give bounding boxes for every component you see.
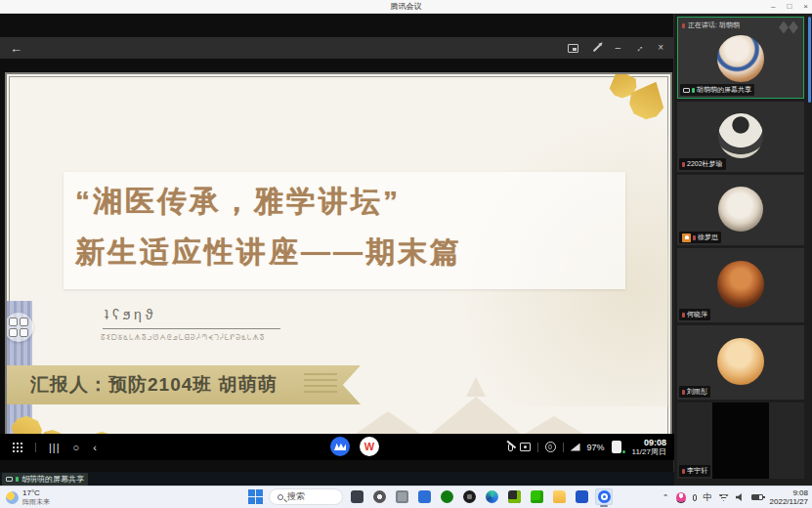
share-chip-label: 胡萌萌的屏幕共享 [21, 474, 84, 485]
mic-muted-icon [693, 235, 696, 240]
clock-time: 9:08 [770, 488, 808, 497]
presenter-banner-text: 汇报人：预防2104班 胡萌萌 [7, 372, 278, 398]
participant-name: 徐梦思 [698, 233, 718, 242]
battery-icon [612, 441, 621, 453]
home-button[interactable]: ○ [73, 442, 81, 453]
pinned-app-camera[interactable] [460, 488, 478, 505]
tray-expand-icon[interactable]: ⌃ [662, 493, 669, 502]
participant-label: 胡萌萌的屏幕共享 [680, 84, 754, 96]
pinned-app-recorder[interactable] [393, 488, 410, 505]
video-tile[interactable]: 2202杜梦瑜 [677, 102, 804, 172]
mic-on-icon [16, 477, 19, 482]
participant-video-list: 正在讲话: 胡萌萌 胡萌萌的屏幕共享 2202杜梦瑜 徐梦思 [674, 14, 812, 486]
pinned-app-edge-browser[interactable] [483, 488, 500, 505]
participant-name: 刘雨彤 [687, 387, 707, 397]
pinned-app-nvidia[interactable] [505, 488, 523, 505]
dark-camera-feed [712, 402, 769, 479]
presentation-slide: “湘医传承，雅学讲坛” 新生适应性讲座——期末篇 ʇʕϧηϑ ᘔᓬᗞᘜᓏᘂᗑᘕᓗ… [5, 72, 672, 447]
mic-muted-icon [682, 313, 685, 318]
video-tile[interactable]: 李宇轩 [677, 402, 804, 479]
video-tile[interactable]: 徐梦思 [677, 175, 804, 245]
clock-date: 2022/11/27 [770, 497, 808, 506]
back-icon[interactable]: ← [10, 41, 22, 56]
pinned-app-store[interactable] [415, 488, 433, 505]
muted-mic-icon [508, 444, 513, 451]
close-button[interactable]: × [803, 0, 808, 14]
annotate-pen-icon[interactable] [592, 44, 600, 52]
ime-indicator[interactable]: 中 [704, 491, 712, 504]
video-tile[interactable]: 何晓萍 [677, 248, 804, 322]
pinned-app-console[interactable] [348, 488, 365, 505]
mic-on-icon [692, 88, 695, 93]
floating-grid-button[interactable] [5, 313, 33, 342]
video-tile-hu-mengmeng[interactable]: 正在讲话: 胡萌萌 胡萌萌的屏幕共享 [677, 17, 804, 99]
speaking-label: 正在讲话: 胡萌萌 [688, 21, 740, 30]
pinned-app-wechat[interactable] [528, 488, 545, 505]
sidebar-scrollbar[interactable] [808, 17, 811, 103]
qq-tray-icon[interactable] [676, 492, 686, 503]
slide-title: “湘医传承，雅学讲坛” 新生适应性讲座——期末篇 [75, 176, 662, 277]
battery-icon[interactable] [751, 494, 763, 500]
app-drawer-icon[interactable] [12, 442, 22, 452]
pinned-app-word[interactable] [573, 488, 590, 505]
divider [35, 443, 36, 452]
avatar [718, 113, 763, 158]
tencent-meeting-app-icon[interactable] [330, 437, 350, 456]
android-back-button[interactable]: ‹ [93, 442, 98, 453]
wps-logo-icon: W [364, 441, 374, 452]
weather-icon [6, 491, 19, 504]
participant-name: 胡萌萌的屏幕共享 [697, 85, 751, 95]
screen-share-chip[interactable]: 胡萌萌的屏幕共享 [2, 473, 88, 486]
monitor-icon [6, 477, 13, 482]
taskbar-clock[interactable]: 9:08 2022/11/27 [770, 488, 808, 506]
windows-taskbar: 17°C 阵雨未来 搜索 ⌃ 中 9:08 2022/11/27 [0, 486, 812, 508]
participant-name: 何晓萍 [687, 310, 707, 319]
meeting-watermark-icon [780, 23, 797, 31]
meeting-logo-icon [334, 443, 346, 450]
android-time: 09:08 [632, 438, 666, 447]
system-tray: ⌃ 中 9:08 2022/11/27 [662, 487, 808, 508]
mirror-resize-icon[interactable]: ↔ [628, 37, 651, 60]
tray-mic-icon[interactable] [693, 494, 697, 501]
minimize-button[interactable]: – [771, 0, 775, 14]
taskbar-search[interactable]: 搜索 [269, 488, 343, 505]
pinned-app-file-explorer[interactable] [550, 488, 568, 505]
mic-muted-icon [682, 162, 685, 167]
video-tile[interactable]: 刘雨彤 [677, 325, 804, 400]
android-clock: 09:08 11/27周日 [628, 438, 666, 457]
banner-stitch-decoration [304, 373, 337, 397]
participant-label: 李宇轩 [679, 465, 710, 477]
android-date: 11/27周日 [632, 447, 666, 457]
wps-office-app-icon[interactable]: W [360, 437, 379, 456]
avatar [717, 261, 764, 308]
picture-in-picture-icon[interactable] [568, 44, 578, 53]
pinned-app-xbox[interactable] [438, 488, 455, 505]
pinned-app-settings[interactable] [370, 488, 388, 505]
screen-cast-icon [520, 443, 531, 451]
mic-muted-icon [682, 390, 685, 395]
participant-name: 李宇轩 [687, 466, 707, 476]
participant-name: 2202杜梦瑜 [687, 159, 723, 169]
weather-widget[interactable]: 17°C 阵雨未来 [6, 488, 50, 506]
maximize-button[interactable]: □ [787, 0, 791, 14]
speaker-icon[interactable] [736, 493, 745, 502]
weather-desc: 阵雨未来 [22, 497, 50, 506]
avatar [717, 338, 764, 385]
mirror-close-button[interactable]: × [658, 37, 663, 59]
mic-muted-icon [682, 469, 685, 474]
search-icon [278, 494, 283, 500]
screen-share-icon [683, 88, 690, 93]
slide-title-line2: 新生适应性讲座——期末篇 [75, 227, 662, 277]
presenter-banner: 汇报人：预防2104班 胡萌萌 [7, 365, 361, 404]
taskbar-tencent-meeting-active[interactable] [595, 488, 613, 505]
decorative-script-signature: ʇʕϧηϑ [105, 307, 156, 322]
decorative-script-subtext: ᘔᓬᗞᘜᓏᘂᗑᘕᓗᘎᗅᘓᓄᘇᗺᘒᓿᘉᗕᘄᓲᘍᗁᘐᓏᘂᗑᘕ [101, 334, 265, 342]
avatar [718, 187, 763, 232]
meeting-bottom-strip: 胡萌萌的屏幕共享 [0, 472, 674, 486]
mirror-minimize-button[interactable]: – [616, 37, 621, 59]
recents-button[interactable]: ||| [49, 442, 61, 453]
wifi-icon[interactable] [719, 493, 729, 501]
start-button[interactable] [247, 488, 264, 505]
weather-temp: 17°C [22, 488, 50, 497]
record-count-indicator: 0 [545, 442, 556, 452]
